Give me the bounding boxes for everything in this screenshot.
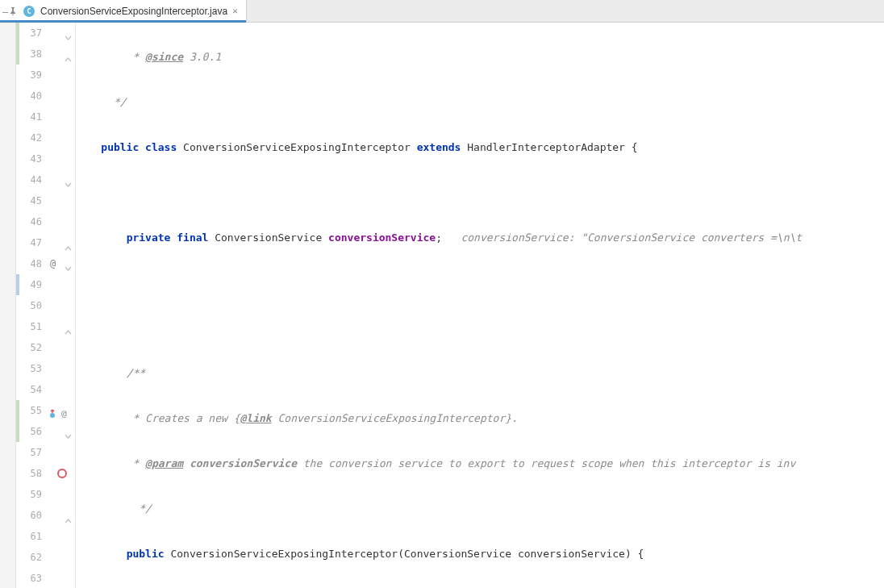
- line-number[interactable]: 56: [19, 421, 48, 442]
- tab-bar: C ConversionServiceExposingInterceptor.j…: [0, 0, 884, 23]
- editor: — 37383940414243444546474849505152535455…: [0, 23, 884, 588]
- line-number[interactable]: 62: [19, 547, 48, 568]
- gutter-icon-slot[interactable]: [48, 23, 75, 44]
- line-number[interactable]: 61: [19, 526, 48, 547]
- gutter-icon-slot[interactable]: [48, 44, 75, 65]
- gutter-icon-slot[interactable]: [48, 148, 75, 169]
- spring-bean-icon[interactable]: @: [50, 253, 56, 274]
- gutter-icon-slot[interactable]: [48, 568, 75, 588]
- gutter-icon-slot[interactable]: [48, 379, 75, 400]
- gutter-icon-slot[interactable]: [48, 295, 75, 316]
- icon-gutter[interactable]: @ @: [48, 23, 76, 588]
- tab-title: ConversionServiceExposingInterceptor.jav…: [40, 6, 227, 17]
- java-class-icon: C: [23, 5, 35, 18]
- gutter-icon-slot[interactable]: [48, 484, 75, 505]
- gutter-icon-slot[interactable]: [48, 547, 75, 568]
- line-number[interactable]: 44: [19, 169, 48, 190]
- line-number[interactable]: 37: [19, 23, 48, 44]
- gutter-icon-slot[interactable]: [48, 421, 75, 442]
- line-number[interactable]: 58: [19, 463, 48, 484]
- gutter-icon-slot[interactable]: [48, 190, 75, 211]
- gutter-icon-slot[interactable]: [48, 337, 75, 358]
- gutter-icon-slot[interactable]: [48, 316, 75, 337]
- gutter-icon-slot[interactable]: [48, 85, 75, 106]
- svg-point-0: [50, 413, 55, 418]
- line-number[interactable]: 53: [19, 358, 48, 379]
- gutter-icon-slot[interactable]: [48, 442, 75, 463]
- line-number[interactable]: 45: [19, 190, 48, 211]
- gutter-icon-slot[interactable]: [48, 211, 75, 232]
- line-number[interactable]: 43: [19, 148, 48, 169]
- editor-tab[interactable]: C ConversionServiceExposingInterceptor.j…: [0, 0, 247, 22]
- left-strip: —: [0, 23, 16, 588]
- line-number[interactable]: 40: [19, 85, 48, 106]
- line-number[interactable]: 42: [19, 127, 48, 148]
- gutter-icon-slot[interactable]: [48, 358, 75, 379]
- gutter-icon-slot[interactable]: [48, 463, 75, 484]
- line-number[interactable]: 46: [19, 211, 48, 232]
- line-number[interactable]: 60: [19, 505, 48, 526]
- line-number[interactable]: 51: [19, 316, 48, 337]
- line-number[interactable]: 54: [19, 379, 48, 400]
- gutter-icon-slot[interactable]: [48, 169, 75, 190]
- line-number-gutter[interactable]: 3738394041424344454647484950515253545556…: [19, 23, 48, 588]
- line-number[interactable]: 41: [19, 106, 48, 127]
- line-number[interactable]: 50: [19, 295, 48, 316]
- line-number[interactable]: 49: [19, 274, 48, 295]
- gutter-icon-slot[interactable]: [48, 274, 75, 295]
- gutter-icon-slot[interactable]: @: [48, 400, 75, 421]
- gutter-icon-slot[interactable]: [48, 65, 75, 85]
- close-icon[interactable]: ✕: [232, 6, 238, 16]
- line-number[interactable]: 47: [19, 232, 48, 253]
- gutter-icon-slot[interactable]: @: [48, 253, 75, 274]
- line-number[interactable]: 55: [19, 400, 48, 421]
- line-number[interactable]: 48: [19, 253, 48, 274]
- breakpoint-icon[interactable]: [57, 469, 67, 478]
- gutter-icon-slot[interactable]: [48, 127, 75, 148]
- pin-icon: [8, 6, 18, 16]
- gutter-icon-slot[interactable]: [48, 505, 75, 526]
- gutter-icon-slot[interactable]: [48, 106, 75, 127]
- gutter-icon-slot[interactable]: [48, 232, 75, 253]
- line-number[interactable]: 57: [19, 442, 48, 463]
- code-area[interactable]: * @since 3.0.1 */ public class Conversio…: [76, 23, 884, 588]
- line-number[interactable]: 38: [19, 44, 48, 65]
- line-number[interactable]: 59: [19, 484, 48, 505]
- vcs-strip: [16, 23, 19, 588]
- line-number[interactable]: 52: [19, 337, 48, 358]
- gutter-icon-slot[interactable]: [48, 526, 75, 547]
- line-number[interactable]: 39: [19, 65, 48, 85]
- line-number[interactable]: 63: [19, 568, 48, 588]
